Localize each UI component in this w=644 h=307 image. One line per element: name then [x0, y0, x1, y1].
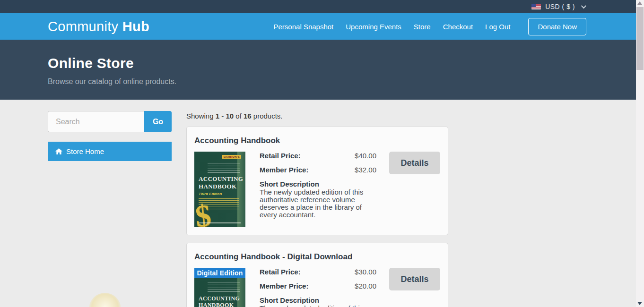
page-header: Online Store Browse our catalog of onlin… [0, 40, 636, 100]
cover-title-line1: ACCOUNTING [199, 295, 240, 302]
nav-item-store[interactable]: Store [414, 23, 431, 31]
cover-title-line1: ACCOUNTING [199, 175, 243, 183]
us-flag-icon [531, 4, 541, 9]
member-price-value: $20.00 [355, 282, 376, 290]
page-title: Online Store [48, 55, 636, 71]
member-price-value: $32.00 [355, 166, 376, 174]
product-info: Retail Price: $40.00 Member Price: $32.0… [260, 152, 376, 219]
home-icon [55, 148, 62, 155]
short-description-label: Short Description [260, 296, 376, 304]
scrollbar-thumb[interactable] [636, 7, 644, 70]
results-of: of [235, 112, 242, 120]
sidebar-item-store-home[interactable]: Store Home [48, 142, 172, 161]
product-list: Showing 1 - 10 of 16 products. Accountin… [186, 111, 448, 307]
cover-author-line [199, 222, 241, 223]
donate-now-button[interactable]: Donate Now [528, 18, 586, 35]
chevron-down-icon[interactable] [581, 3, 586, 9]
results-dash: - [221, 112, 224, 120]
results-total: 16 [244, 112, 252, 120]
logo-bold-text: Hub [122, 19, 149, 34]
logo-light-text: Community [48, 19, 118, 34]
product-cover-image: Digital Edition ACCOUNTING HANDBOOK Thir… [194, 268, 245, 307]
nav-item-personal-snapshot[interactable]: Personal Snapshot [274, 23, 334, 31]
short-description-label: Short Description [260, 180, 376, 188]
sidebar-item-label: Store Home [66, 147, 104, 155]
nav-item-checkout[interactable]: Checkout [443, 23, 473, 31]
short-description-text: The newly updated edition of this author… [260, 188, 376, 219]
cover-text-lines [208, 163, 240, 174]
product-card: Accounting Handbook - Digital Download D… [186, 243, 448, 307]
scroll-down-icon[interactable] [637, 302, 642, 305]
nav-item-log-out[interactable]: Log Out [485, 23, 510, 31]
digital-edition-banner: Digital Edition [194, 268, 245, 278]
cover-publisher-label: BARRON'S [222, 155, 241, 159]
vertical-scrollbar[interactable] [636, 0, 644, 307]
cover-title-line2: HANDBOOK [199, 183, 236, 190]
results-from: 1 [216, 112, 219, 120]
retail-price-label: Retail Price: [260, 268, 301, 276]
retail-price-value: $40.00 [355, 152, 376, 160]
scroll-up-icon[interactable] [637, 1, 642, 5]
results-to: 10 [226, 112, 234, 120]
product-title: Accounting Handbook [194, 136, 440, 145]
nav-links: Personal Snapshot Upcoming Events Store … [274, 18, 586, 35]
cover-text-lines [208, 282, 240, 293]
content-area: Go Store Home Showing 1 - 10 of 16 produ… [0, 100, 636, 307]
results-summary: Showing 1 - 10 of 16 products. [186, 112, 448, 120]
store-sidebar: Go Store Home [48, 111, 172, 161]
details-button[interactable]: Details [389, 268, 440, 290]
page: USD ( $ ) Community Hub Personal Snapsho… [0, 0, 636, 307]
cover-edition: Third Edition [199, 192, 222, 196]
member-price-label: Member Price: [260, 166, 308, 174]
product-info: Retail Price: $30.00 Member Price: $20.0… [260, 268, 376, 307]
member-price-label: Member Price: [260, 282, 308, 290]
search-group: Go [48, 111, 172, 132]
currency-selector[interactable]: USD ( $ ) [545, 3, 575, 10]
details-button[interactable]: Details [389, 152, 440, 174]
search-input[interactable] [48, 111, 144, 132]
retail-price-value: $30.00 [355, 268, 376, 276]
product-title: Accounting Handbook - Digital Download [194, 252, 440, 262]
short-description-text: The newly updated edition of this [260, 305, 376, 307]
product-card: Accounting Handbook BARRON'S ACCOUNTING … [186, 127, 448, 235]
cover-title-line2: HANDBOOK [199, 302, 234, 307]
page-subtitle: Browse our catalog of online products. [48, 77, 636, 86]
results-suffix: products. [253, 112, 283, 120]
site-logo[interactable]: Community Hub [48, 19, 149, 34]
top-utility-bar: USD ( $ ) [0, 0, 636, 13]
nav-item-upcoming-events[interactable]: Upcoming Events [346, 23, 401, 31]
results-word: Showing [186, 112, 214, 120]
retail-price-label: Retail Price: [260, 152, 301, 160]
product-cover-image: BARRON'S ACCOUNTING HANDBOOK Third Editi… [194, 152, 245, 227]
search-go-button[interactable]: Go [144, 111, 172, 132]
main-navbar: Community Hub Personal Snapshot Upcoming… [0, 13, 636, 40]
